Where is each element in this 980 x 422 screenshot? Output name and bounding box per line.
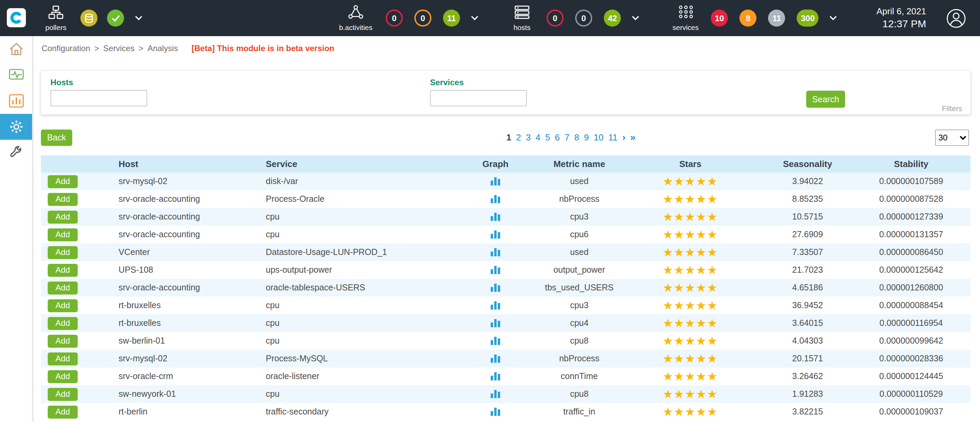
sidebar-item-administration[interactable] (0, 140, 32, 166)
add-button[interactable]: Add (48, 299, 78, 312)
status-counter-badge[interactable]: 11 (768, 10, 786, 27)
status-counter-badge[interactable]: 0 (575, 10, 592, 27)
poller-database-status[interactable] (80, 10, 97, 27)
user-avatar[interactable] (946, 8, 966, 28)
cell-seasonality: 20.1571 (763, 354, 852, 363)
filters-link[interactable]: Filters (942, 104, 962, 113)
add-button[interactable]: Add (48, 352, 78, 365)
hosts-chevron-down-icon[interactable] (632, 16, 640, 21)
pagination-page-10[interactable]: 10 (593, 132, 603, 142)
status-counter-badge[interactable]: 11 (443, 10, 460, 27)
status-counter-badge[interactable]: 0 (547, 10, 563, 27)
stars-rating[interactable]: ★★★★★ (663, 193, 718, 205)
pagination-page-6[interactable]: 6 (555, 132, 560, 142)
pagination-page-4[interactable]: 4 (535, 132, 540, 142)
stars-rating[interactable]: ★★★★★ (663, 406, 718, 417)
business-activities-chevron-down-icon[interactable] (471, 16, 479, 21)
sidebar-item-monitoring[interactable] (0, 62, 32, 88)
services-status-group[interactable]: services 10811300 (670, 0, 837, 36)
stars-rating[interactable]: ★★★★★ (663, 371, 718, 382)
graph-icon[interactable] (491, 372, 500, 381)
sidebar-item-configuration[interactable] (0, 114, 32, 140)
graph-icon[interactable] (491, 355, 500, 363)
pollers-chevron-down-icon[interactable] (135, 16, 142, 21)
graph-icon[interactable] (491, 266, 500, 274)
search-button[interactable]: Search (806, 91, 845, 108)
status-counter-badge[interactable]: 10 (711, 10, 728, 27)
breadcrumb-configuration[interactable]: Configuration (41, 44, 90, 53)
graph-icon[interactable] (491, 177, 500, 185)
cell-metric: cpu6 (541, 230, 617, 239)
pagination-next[interactable]: › (622, 132, 625, 142)
graph-icon[interactable] (491, 337, 500, 345)
stars-rating[interactable]: ★★★★★ (663, 282, 718, 293)
pagination-page-1[interactable]: 1 (506, 132, 511, 142)
add-button[interactable]: Add (48, 210, 78, 223)
stars-rating[interactable]: ★★★★★ (663, 264, 718, 276)
centreon-logo[interactable] (7, 8, 26, 27)
services-chevron-down-icon[interactable] (830, 16, 837, 21)
stars-rating[interactable]: ★★★★★ (663, 317, 718, 329)
graph-icon[interactable] (491, 301, 500, 309)
status-counter-badge[interactable]: 0 (414, 10, 431, 27)
cell-metric: cpu8 (541, 336, 617, 346)
graph-icon[interactable] (491, 213, 500, 221)
poller-engine-status[interactable] (107, 10, 124, 27)
add-button[interactable]: Add (48, 228, 78, 241)
breadcrumb-separator: > (94, 44, 99, 53)
business-activities-group[interactable]: b.activities 0011 (335, 0, 479, 36)
sidebar-item-home[interactable] (0, 36, 32, 62)
add-button[interactable]: Add (48, 175, 78, 188)
status-counter-badge[interactable]: 8 (740, 10, 757, 27)
stars-rating[interactable]: ★★★★★ (663, 211, 718, 223)
graph-icon[interactable] (491, 390, 500, 398)
add-button[interactable]: Add (48, 263, 78, 276)
add-button[interactable]: Add (48, 246, 78, 259)
stars-rating[interactable]: ★★★★★ (663, 353, 718, 365)
pagination-page-11[interactable]: 11 (608, 132, 617, 142)
add-button[interactable]: Add (48, 405, 78, 418)
breadcrumb-analysis[interactable]: Analysis (148, 44, 178, 53)
pagination-page-2[interactable]: 2 (516, 132, 521, 142)
add-button[interactable]: Add (48, 370, 78, 383)
cell-host: srv-mysql-02 (119, 177, 266, 186)
pagination-page-7[interactable]: 7 (565, 132, 570, 142)
page-size-select[interactable]: 30 (935, 129, 969, 146)
stars-rating[interactable]: ★★★★★ (663, 175, 718, 187)
add-button[interactable]: Add (48, 317, 78, 330)
graph-icon[interactable] (491, 283, 500, 292)
pagination-page-5[interactable]: 5 (545, 132, 550, 142)
add-button[interactable]: Add (48, 334, 78, 347)
services-filter-input[interactable] (430, 90, 527, 106)
cell-stability: 0.000000028336 (852, 354, 970, 363)
graph-icon[interactable] (491, 195, 500, 203)
cell-metric: traffic_in (541, 407, 617, 417)
stars-rating[interactable]: ★★★★★ (663, 247, 718, 258)
breadcrumb-services[interactable]: Services (103, 44, 135, 53)
add-button[interactable]: Add (48, 193, 78, 205)
status-counter-badge[interactable]: 0 (386, 10, 403, 27)
table-row: Add srv-oracle-crm oracle-listener connT… (41, 368, 970, 385)
hosts-filter-input[interactable] (51, 90, 147, 106)
status-counter-badge[interactable]: 300 (797, 10, 819, 27)
stars-rating[interactable]: ★★★★★ (663, 299, 718, 311)
cell-host: rt-berlin (119, 407, 266, 417)
status-counter-badge[interactable]: 42 (604, 10, 621, 27)
pollers-status-group[interactable]: pollers (41, 0, 142, 36)
sidebar-item-reporting[interactable] (0, 88, 32, 114)
graph-icon[interactable] (491, 408, 500, 416)
pagination-page-3[interactable]: 3 (526, 132, 531, 142)
add-button[interactable]: Add (48, 281, 78, 294)
graph-icon[interactable] (491, 231, 500, 239)
hosts-status-group[interactable]: hosts 0042 (507, 0, 640, 36)
back-button[interactable]: Back (41, 129, 72, 146)
stars-rating[interactable]: ★★★★★ (663, 335, 718, 347)
graph-icon[interactable] (491, 248, 500, 256)
pagination-page-9[interactable]: 9 (584, 132, 589, 142)
pagination-last[interactable]: » (630, 132, 636, 142)
add-button[interactable]: Add (48, 388, 78, 401)
pagination-page-8[interactable]: 8 (574, 132, 579, 142)
stars-rating[interactable]: ★★★★★ (663, 388, 718, 400)
stars-rating[interactable]: ★★★★★ (663, 229, 718, 240)
graph-icon[interactable] (491, 319, 500, 327)
